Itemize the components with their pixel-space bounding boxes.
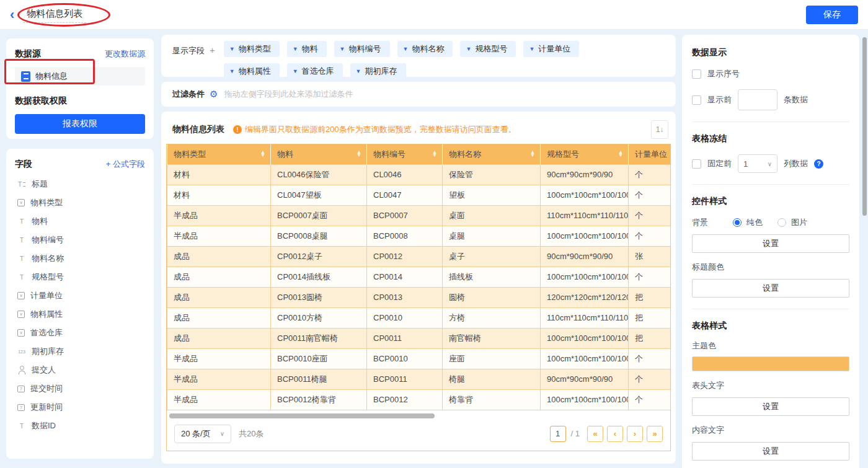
field-chip[interactable]: ▼ 物料属性 [224, 63, 280, 79]
field-chip[interactable]: ▼ 计量单位 [523, 41, 579, 57]
gear-icon[interactable]: ⚙ [210, 89, 218, 100]
show-first-checkbox[interactable] [692, 95, 701, 105]
field-item[interactable]: 首选仓库 [15, 324, 145, 342]
add-field-icon[interactable]: + [210, 45, 215, 55]
field-item[interactable]: 物料属性 [15, 305, 145, 324]
save-button[interactable]: 保存 [806, 6, 858, 24]
report-builder-app: ‹ 物料信息列表 保存 数据源 更改数据源 物料信息 数据获取权限 报表权限 字… [0, 0, 868, 468]
freeze-checkbox[interactable] [692, 159, 701, 169]
field-item[interactable]: 提交时间 [15, 379, 145, 398]
cell-unit: 个 [629, 267, 671, 287]
table-row[interactable]: 材料 CL0046保险管 CL0046 保险管 90cm*90cm*90/90 … [167, 164, 671, 185]
column-header[interactable]: 物料名称 [443, 144, 541, 164]
next-page-button[interactable]: › [627, 426, 643, 442]
add-formula-field-link[interactable]: + 公式字段 [106, 159, 145, 170]
sort-icon[interactable] [530, 151, 535, 157]
table-row[interactable]: 半成品 BCP0011椅腿 BCP0011 椅腿 90cm*90cm*90/90… [167, 369, 671, 389]
datasource-panel: 数据源 更改数据源 物料信息 数据获取权限 报表权限 [6, 38, 154, 139]
sort-icon[interactable] [618, 151, 623, 157]
sort-icon[interactable] [260, 151, 265, 157]
page-title[interactable]: 物料信息列表 [23, 7, 86, 23]
field-chip[interactable]: ▼ 物料 [287, 41, 327, 57]
header-text-set-button[interactable]: 设置 [692, 397, 849, 416]
cell-material: CP0014插线板 [271, 267, 367, 287]
table-row[interactable]: 成品 CP0011南官帽椅 CP0011 南官帽椅 100cm*100cm*10… [167, 328, 671, 348]
background-set-button[interactable]: 设置 [692, 234, 849, 253]
freeze-cols-value: 1 [743, 159, 748, 169]
show-index-checkbox[interactable] [692, 69, 701, 79]
cell-material-type: 半成品 [167, 369, 271, 389]
cell-material-code: BCP0008 [367, 226, 443, 246]
vertical-scrollbar[interactable] [862, 37, 867, 216]
page-size-select[interactable]: 20 条/页 ∨ [174, 425, 231, 443]
table-row[interactable]: 半成品 BCP0010座面 BCP0010 座面 100cm*100cm*100… [167, 348, 671, 369]
row-order-button[interactable]: 1↓ [651, 120, 668, 139]
field-chip[interactable]: ▼ 物料名称 [397, 41, 453, 57]
show-first-label: 显示前 [707, 94, 732, 105]
field-item[interactable]: 数据ID [15, 417, 145, 435]
field-item[interactable]: 物料类型 [15, 193, 145, 212]
column-header[interactable]: 物料类型 [167, 144, 271, 164]
field-item[interactable]: 物料编号 [15, 231, 145, 249]
table-row[interactable]: 材料 CL0047望板 CL0047 望板 100cm*100cm*100/10… [167, 185, 671, 205]
field-item[interactable]: 提交人 [15, 361, 145, 379]
field-chip[interactable]: ▼ 物料编号 [334, 41, 390, 57]
horizontal-scrollbar[interactable] [169, 413, 435, 418]
column-header[interactable]: 计量单位 [629, 144, 671, 164]
sort-icon[interactable] [432, 151, 437, 157]
solid-color-label[interactable]: 纯色 [746, 217, 763, 228]
table-row[interactable]: 成品 CP0014插线板 CP0014 插线板 100cm*100cm*100/… [167, 267, 671, 287]
settings-panel: 数据显示 显示序号 显示前 条数据 表格冻结 固定前 1 ∨ 列数据 ? 控件样… [682, 35, 859, 468]
table-row[interactable]: 成品 CP0012桌子 CP0012 桌子 90cm*90cm*90/90 张 [167, 246, 671, 267]
page-number-input[interactable]: 1 [550, 426, 566, 442]
help-icon[interactable]: ? [814, 159, 823, 169]
table-row[interactable]: 半成品 BCP0008桌腿 BCP0008 桌腿 100cm*100cm*100… [167, 226, 671, 246]
freeze-cols-select[interactable]: 1 ∨ [738, 154, 777, 173]
back-icon[interactable]: ‹ [10, 8, 14, 22]
chevron-down-icon: ▼ [340, 46, 345, 52]
field-item[interactable]: 标题 [15, 175, 145, 193]
solid-color-radio[interactable] [733, 218, 742, 227]
change-datasource-link[interactable]: 更改数据源 [105, 48, 145, 60]
filter-panel[interactable]: 过滤条件 ⚙ 拖动左侧字段到此处来添加过滤条件 [161, 82, 676, 107]
cell-material-type: 半成品 [167, 226, 271, 246]
table-row[interactable]: 成品 CP0013圆椅 CP0013 圆椅 120cm*120cm*120/12… [167, 287, 671, 307]
table-row[interactable]: 半成品 BCP0012椅靠背 BCP0012 椅靠背 100cm*100cm*1… [167, 389, 671, 410]
prev-page-button[interactable]: ‹ [607, 426, 623, 442]
field-chip[interactable]: ▼ 期初库存 [350, 63, 406, 79]
field-chip[interactable]: ▼ 物料类型 [224, 41, 280, 57]
table-row[interactable]: 半成品 BCP0007桌面 BCP0007 桌面 110cm*110cm*110… [167, 205, 671, 226]
chevron-down-icon: ▼ [466, 46, 471, 52]
display-fields-label: 显示字段 [172, 45, 205, 56]
calendar-icon [17, 386, 25, 392]
last-page-button[interactable]: » [647, 426, 663, 442]
table-row[interactable]: 成品 CP0010方椅 CP0010 方椅 110cm*110cm*110/11… [167, 307, 671, 328]
field-item[interactable]: 计量单位 [15, 286, 145, 305]
first-page-button[interactable]: « [587, 426, 603, 442]
field-chip-label: 期初库存 [365, 66, 397, 77]
image-radio[interactable] [777, 218, 786, 227]
warning-icon: ! [233, 125, 242, 134]
show-index-label: 显示序号 [707, 68, 740, 79]
column-header[interactable]: 规格型号 [541, 144, 629, 164]
theme-color-swatch[interactable] [692, 356, 849, 371]
column-header[interactable]: 物料编号 [367, 144, 443, 164]
cell-unit: 个 [629, 389, 671, 410]
field-chip[interactable]: ▼ 规格型号 [460, 41, 516, 57]
field-item[interactable]: 期初库存 [15, 342, 145, 361]
sort-icon[interactable] [356, 151, 361, 157]
field-chip[interactable]: ▼ 首选仓库 [287, 63, 343, 79]
cell-material-code: BCP0012 [367, 389, 443, 410]
datasource-item[interactable]: 物料信息 [15, 67, 145, 86]
title-color-set-button[interactable]: 设置 [692, 279, 849, 298]
row-limit-input[interactable] [738, 89, 777, 110]
content-text-set-button[interactable]: 设置 [692, 442, 849, 461]
field-item[interactable]: 规格型号 [15, 268, 145, 286]
field-item[interactable]: 物料 [15, 212, 145, 231]
field-item[interactable]: 物料名称 [15, 249, 145, 268]
title-icon [17, 180, 26, 188]
report-permission-button[interactable]: 报表权限 [15, 114, 145, 134]
field-item[interactable]: 更新时间 [15, 398, 145, 417]
image-label[interactable]: 图片 [791, 217, 807, 228]
column-header[interactable]: 物料 [271, 144, 367, 164]
